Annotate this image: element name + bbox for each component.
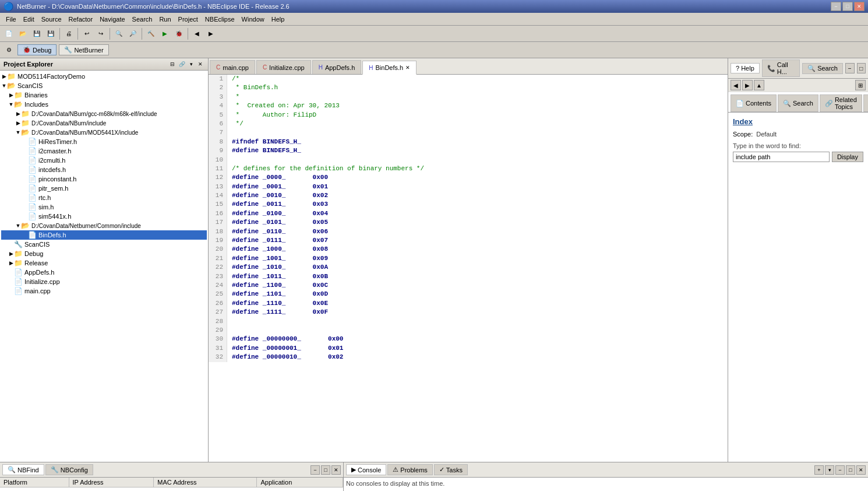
help-home-button[interactable]: ▲ — [754, 80, 764, 90]
tab-related-topics[interactable]: 🔗 Related Topics — [820, 94, 862, 112]
build-button[interactable]: 🔨 — [144, 27, 157, 40]
console-new-button[interactable]: + — [814, 465, 824, 475]
tab-contents[interactable]: 📄 Contents — [731, 94, 777, 112]
open-button[interactable]: 📂 — [16, 27, 29, 40]
tab-bindefs-h[interactable]: H BinDefs.h ✕ — [362, 61, 417, 75]
expand-arrow[interactable]: ▼ — [15, 223, 21, 229]
tree-item-sim5441x[interactable]: ▶ 📄 sim5441x.h — [1, 212, 207, 221]
debug-mode-button[interactable]: 🐞 Debug — [17, 44, 57, 55]
tree-item-i2cmulti[interactable]: ▶ 📄 i2cmulti.h — [1, 156, 207, 165]
debug-button[interactable]: 🐞 — [172, 27, 185, 40]
bottom-left-close-button[interactable]: ✕ — [331, 465, 341, 475]
bottom-left-minimize-button[interactable]: − — [310, 465, 320, 475]
menu-navigate[interactable]: Navigate — [96, 15, 128, 24]
expand-arrow[interactable]: ▶ — [8, 251, 14, 257]
print-button[interactable]: 🖨 — [62, 27, 75, 40]
tree-item-mod5114[interactable]: ▶ 📁 MOD5114FactoryDemo — [1, 72, 207, 81]
tree-item-sim[interactable]: ▶ 📄 sim.h — [1, 202, 207, 212]
tab-initialize-cpp[interactable]: C Initialize.cpp — [256, 60, 311, 74]
minimize-panel-button[interactable]: − — [845, 63, 855, 73]
save-button[interactable]: 💾 — [30, 27, 43, 40]
code-content[interactable]: /* * BinDefs.h * * Created on: Apr 30, 2… — [227, 75, 728, 362]
panel-close-button[interactable]: ✕ — [196, 60, 204, 68]
netburner-mode-button[interactable]: 🔧 NetBurner — [59, 44, 108, 55]
code-editor[interactable]: 123 456 789 101112 131415 161718 192021 … — [209, 75, 728, 462]
menu-nbeclipse[interactable]: NBEclipse — [202, 15, 238, 24]
tab-close-button[interactable]: ✕ — [405, 65, 410, 71]
menu-source[interactable]: Source — [38, 15, 65, 24]
help-side-button[interactable]: ⊞ — [855, 80, 866, 90]
tree-item-initialize[interactable]: ▶ 📄 Initialize.cpp — [1, 277, 207, 286]
menu-run[interactable]: Run — [156, 15, 174, 24]
help-forward-button[interactable]: ▶ — [742, 80, 753, 90]
tree-item-gcc-include[interactable]: ▶ 📁 D:/CovanData/NBurn/gcc-m68k/m68k-elf… — [1, 109, 207, 118]
tree-item-pitr-sem[interactable]: ▶ 📄 pitr_sem.h — [1, 184, 207, 193]
tree-item-hirestimer[interactable]: ▶ 📄 HiResTimer.h — [1, 137, 207, 146]
tree-item-scancis[interactable]: ▼ 📂 ScanCIS — [1, 81, 207, 90]
menu-search[interactable]: Search — [129, 15, 156, 24]
panel-menu-button[interactable]: ▾ — [187, 60, 195, 68]
bottom-right-maximize-button[interactable]: □ — [846, 465, 855, 475]
tab-bookmarks[interactable]: 🔖 Bookmarks — [863, 94, 868, 112]
help-back-button[interactable]: ◀ — [731, 80, 741, 90]
forward-button[interactable]: ▶ — [204, 27, 217, 40]
collapse-all-button[interactable]: ⊟ — [168, 60, 177, 68]
icon1-button[interactable]: ⚙ — [2, 44, 15, 57]
close-button[interactable]: ✕ — [854, 2, 865, 11]
index-title[interactable]: Index — [733, 117, 863, 126]
tab-problems[interactable]: ⚠ Problems — [387, 464, 432, 475]
tree-item-common-include[interactable]: ▼ 📂 D:/CovanData/Netburner/Common/includ… — [1, 221, 207, 230]
bottom-right-close-button[interactable]: ✕ — [856, 465, 866, 475]
bottom-left-maximize-button[interactable]: □ — [321, 465, 330, 475]
tree-item-debug[interactable]: ▶ 📁 Debug — [1, 249, 207, 258]
tree-item-binaries[interactable]: ▶ 📁 Binaries — [1, 90, 207, 100]
tree-item-i2cmaster[interactable]: ▶ 📄 i2cmaster.h — [1, 146, 207, 156]
console-menu-button[interactable]: ▾ — [825, 465, 834, 475]
tab-search[interactable]: 🔍 Search — [778, 94, 818, 112]
new-button[interactable]: 📄 — [2, 27, 15, 40]
bottom-right-minimize-button[interactable]: − — [835, 465, 845, 475]
tab-appdefs-h[interactable]: H AppDefs.h — [312, 60, 362, 74]
expand-arrow[interactable]: ▼ — [1, 83, 7, 89]
tab-nbfind[interactable]: 🔍 NBFind — [2, 464, 44, 475]
undo-button[interactable]: ↩ — [80, 27, 93, 40]
expand-arrow[interactable]: ▼ — [15, 129, 21, 135]
find-input[interactable] — [733, 152, 830, 162]
help-tab-help[interactable]: ? Help — [731, 63, 760, 73]
menu-refactor[interactable]: Refactor — [65, 15, 97, 24]
minimize-button[interactable]: − — [831, 2, 841, 11]
expand-arrow[interactable]: ▶ — [8, 260, 14, 266]
tab-console[interactable]: ▶ Console — [346, 464, 386, 475]
menu-project[interactable]: Project — [175, 15, 202, 24]
menu-edit[interactable]: Edit — [20, 15, 38, 24]
expand-arrow[interactable]: ▶ — [8, 92, 14, 98]
run-button[interactable]: ▶ — [158, 27, 171, 40]
tree-item-intcdefs[interactable]: ▶ 📄 intcdefs.h — [1, 165, 207, 174]
tree-item-release[interactable]: ▶ 📁 Release — [1, 258, 207, 268]
help-tab-search[interactable]: 🔍 Search — [802, 63, 843, 74]
expand-arrow[interactable]: ▶ — [1, 73, 7, 79]
tree-item-pinconstant[interactable]: ▶ 📄 pinconstant.h — [1, 174, 207, 184]
link-with-editor-button[interactable]: 🔗 — [178, 60, 186, 68]
tree-item-appdefs[interactable]: ▶ 📄 AppDefs.h — [1, 268, 207, 277]
tree-item-main[interactable]: ▶ 📄 main.cpp — [1, 286, 207, 296]
tree-item-rtc[interactable]: ▶ 📄 rtc.h — [1, 193, 207, 202]
maximize-panel-button[interactable]: □ — [857, 63, 866, 73]
menu-help[interactable]: Help — [268, 15, 288, 24]
help-tab-callh[interactable]: 📞 Call H... — [762, 59, 800, 77]
save-all-button[interactable]: 💾 — [44, 27, 57, 40]
search-button[interactable]: 🔍 — [112, 27, 125, 40]
tree-item-includes[interactable]: ▼ 📂 Includes — [1, 100, 207, 109]
menu-window[interactable]: Window — [238, 15, 268, 24]
tree-item-scancis-sub[interactable]: ▶ 🔧 ScanCIS — [1, 240, 207, 249]
tree-item-nburn-include[interactable]: ▶ 📁 D:/CovanData/NBurn/include — [1, 118, 207, 128]
expand-arrow[interactable]: ▼ — [8, 101, 14, 107]
menu-file[interactable]: File — [2, 15, 20, 24]
tab-tasks[interactable]: ✓ Tasks — [434, 464, 468, 475]
search2-button[interactable]: 🔎 — [126, 27, 139, 40]
expand-arrow[interactable]: ▶ — [15, 120, 21, 126]
tree-item-bindefs[interactable]: ▶ 📄 BinDefs.h — [1, 230, 207, 240]
tab-main-cpp[interactable]: C main.cpp — [210, 60, 255, 74]
tree-item-mod5441x-include[interactable]: ▼ 📂 D:/CovanData/NBurn/MOD5441X/include — [1, 128, 207, 137]
redo-button[interactable]: ↪ — [94, 27, 107, 40]
